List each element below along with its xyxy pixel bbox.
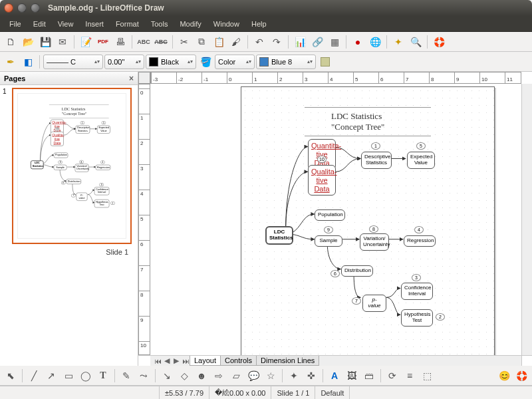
symbol-shapes-menu[interactable]: ☻ <box>194 368 209 384</box>
text-tool[interactable]: T <box>95 368 111 384</box>
block-arrows-menu[interactable]: ⇨ <box>211 368 227 384</box>
node-reg[interactable]: Regression <box>96 165 111 170</box>
node-pop[interactable]: Population <box>315 209 345 221</box>
print-button[interactable]: 🖶 <box>112 34 128 50</box>
chart-button[interactable]: 📊 <box>292 34 308 50</box>
shadow-button[interactable] <box>317 54 333 70</box>
tab-nav-next-icon[interactable]: ▶ <box>172 356 181 365</box>
fill-color-combo[interactable]: Blue 8▴▾ <box>256 55 316 69</box>
ruler-corner[interactable] <box>138 72 150 84</box>
rectangle-tool[interactable]: ▭ <box>61 368 76 384</box>
node-desc[interactable]: Descriptive Statistics <box>361 152 392 169</box>
line-color-combo[interactable]: Black▴▾ <box>146 55 196 69</box>
vertical-scrollbar[interactable] <box>521 84 532 355</box>
window-minimize-button[interactable] <box>17 3 27 13</box>
gallery-tool[interactable]: 🗃 <box>361 368 377 384</box>
node-sample[interactable]: Sample <box>54 165 67 170</box>
tab-dimension-lines[interactable]: Dimension Lines <box>256 356 319 366</box>
status-style[interactable]: Default <box>315 386 350 399</box>
ellipse-tool[interactable]: ◯ <box>78 368 94 384</box>
node-qual[interactable]: Qualita- tive Data <box>51 132 64 146</box>
menu-format[interactable]: Format <box>110 18 144 30</box>
edit-file-button[interactable]: 📝 <box>78 34 94 50</box>
basic-shapes-menu[interactable]: ◇ <box>176 368 192 384</box>
table-button[interactable]: ▦ <box>327 34 342 50</box>
undo-button[interactable]: ↶ <box>251 34 267 50</box>
line-style-button[interactable]: ◧ <box>20 54 36 70</box>
node-pop[interactable]: Population <box>54 152 68 158</box>
redo-button[interactable]: ↷ <box>269 34 285 50</box>
menu-insert[interactable]: Insert <box>80 18 109 30</box>
email-button[interactable]: ✉ <box>55 34 70 50</box>
node-root[interactable]: LDC Statistics <box>265 226 293 245</box>
select-tool[interactable]: ⬉ <box>3 368 19 384</box>
arrow-tool[interactable]: ↗ <box>43 368 59 384</box>
fontwork-tool[interactable]: A <box>327 368 342 384</box>
node-var[interactable]: Variation/ Uncertainty <box>360 233 389 251</box>
cut-button[interactable]: ✂ <box>176 34 192 50</box>
connector-tool[interactable]: ⤳ <box>136 368 152 384</box>
line-style-combo[interactable]: ——— C▴▾ <box>43 55 103 69</box>
menu-window[interactable]: Window <box>208 18 245 30</box>
arrange-tool[interactable]: ⬚ <box>419 368 435 384</box>
menu-edit[interactable]: Edit <box>28 18 51 30</box>
spellcheck-button[interactable]: ABC <box>136 34 152 50</box>
points-tool[interactable]: ✦ <box>286 368 302 384</box>
record-button[interactable]: ● <box>350 34 366 50</box>
node-qual[interactable]: Qualita- tive Data <box>308 165 336 196</box>
canvas-viewport[interactable]: LDC Statistics "Concept Tree" <box>150 84 521 355</box>
format-paintbrush-button[interactable]: 🖌 <box>228 34 244 50</box>
window-maximize-button[interactable] <box>31 3 40 13</box>
menu-view[interactable]: View <box>53 18 79 30</box>
lines-menu[interactable]: ↘ <box>159 368 175 384</box>
drawing-page[interactable]: LDC Statistics "Concept Tree" <box>241 86 495 355</box>
navigator-button[interactable]: ✦ <box>390 34 406 50</box>
stars-menu[interactable]: ☆ <box>263 368 279 384</box>
globe-button[interactable]: 🌐 <box>367 34 383 50</box>
menu-help[interactable]: Help <box>246 18 272 30</box>
agent-icon[interactable]: 😊 <box>496 368 512 384</box>
node-exp[interactable]: Expected Value <box>407 152 435 169</box>
help-button[interactable]: 🛟 <box>431 34 447 50</box>
vertical-ruler[interactable]: 012345678910 <box>138 84 150 355</box>
node-conf[interactable]: Confidence Interval <box>94 187 110 195</box>
paste-button[interactable]: 📋 <box>211 34 227 50</box>
node-hyp[interactable]: Hypothesis Test <box>94 200 110 207</box>
callouts-menu[interactable]: 💬 <box>245 368 261 384</box>
node-hyp[interactable]: Hypothesis Test <box>401 309 433 327</box>
node-conf[interactable]: Confidence Interval <box>401 283 433 300</box>
node-pval[interactable]: p-value <box>76 193 88 201</box>
menu-modify[interactable]: Modify <box>174 18 206 30</box>
glue-points-tool[interactable]: ✜ <box>303 368 319 384</box>
copy-button[interactable]: ⧉ <box>194 34 209 50</box>
line-tool[interactable]: ╱ <box>26 368 42 384</box>
area-button[interactable]: 🪣 <box>198 54 213 70</box>
menu-file[interactable]: File <box>4 18 27 30</box>
open-button[interactable]: 📂 <box>20 34 36 50</box>
from-file-tool[interactable]: 🖼 <box>344 368 360 384</box>
align-tool[interactable]: ≡ <box>402 368 418 384</box>
node-pval[interactable]: p-value <box>362 295 386 312</box>
horizontal-scrollbar[interactable] <box>319 355 521 366</box>
page-1-thumbnail[interactable]: LDC Statistics "Concept Tree" <box>12 88 132 244</box>
export-pdf-button[interactable]: PDF <box>95 34 111 50</box>
new-button[interactable]: 🗋 <box>3 34 19 50</box>
flowchart-menu[interactable]: ▱ <box>228 368 244 384</box>
window-close-button[interactable] <box>4 3 13 13</box>
auto-spellcheck-button[interactable]: ABC <box>153 34 169 50</box>
hyperlink-button[interactable]: 🔗 <box>309 34 325 50</box>
tab-nav-first-icon[interactable]: ⏮ <box>153 357 162 365</box>
rotate-tool[interactable]: ⟳ <box>384 368 400 384</box>
line-width-combo[interactable]: 0.00"▴▾ <box>104 55 144 69</box>
horizontal-ruler[interactable]: -3-2-101234567891011 <box>150 72 521 84</box>
node-reg[interactable]: Regression <box>404 235 436 247</box>
node-exp[interactable]: Expected Value <box>97 126 110 134</box>
node-sample[interactable]: Sample <box>315 235 342 247</box>
save-button[interactable]: 💾 <box>37 34 53 50</box>
arrow-style-button[interactable]: ✒ <box>3 54 19 70</box>
curve-tool[interactable]: ✎ <box>118 368 134 384</box>
node-dist[interactable]: Distribution <box>66 179 82 184</box>
menu-tools[interactable]: Tools <box>146 18 174 30</box>
tab-controls[interactable]: Controls <box>220 356 257 366</box>
tab-layout[interactable]: Layout <box>190 356 221 366</box>
